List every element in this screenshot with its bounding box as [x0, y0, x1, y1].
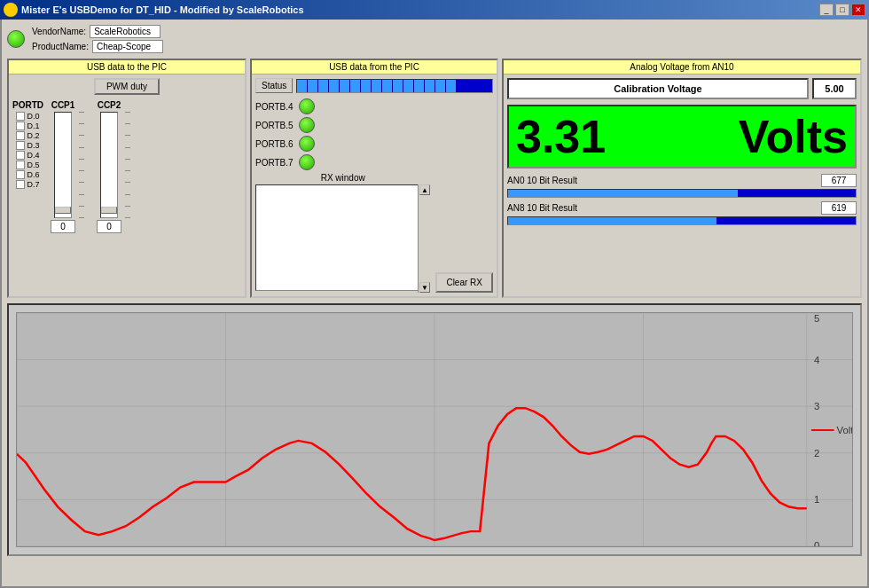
- bit-d7-check[interactable]: [16, 180, 25, 189]
- portb4-row: PORTB.4: [255, 98, 493, 114]
- an8-bar: [507, 216, 857, 225]
- ccp1-thumb[interactable]: [55, 207, 71, 214]
- an8-row: AN8 10 Bit Result 619: [507, 201, 857, 215]
- calib-row: Calibration Voltage 5.00: [507, 78, 857, 99]
- maximize-button[interactable]: □: [835, 4, 849, 16]
- status-row: Status: [255, 78, 493, 93]
- vendor-info: VendorName: ScaleRobotics ProductName: C…: [32, 25, 163, 53]
- clear-rx-button[interactable]: Clear RX: [435, 272, 493, 293]
- rx-textarea[interactable]: [255, 184, 430, 291]
- ccp1-value: 0: [51, 220, 75, 233]
- bit-d0-label: D.0: [27, 112, 39, 121]
- ccp1-slider[interactable]: [54, 112, 72, 218]
- ccp2-slider[interactable]: [100, 112, 118, 218]
- svg-text:Volts: Volts: [837, 425, 852, 435]
- status-label: Status: [255, 78, 293, 93]
- portd-bits: D.0 D.1 D.2 D.3 D.4 D.5 D.6 D.7: [16, 112, 39, 189]
- bit-d1-check[interactable]: [16, 122, 25, 130]
- bit-d3-label: D.3: [27, 141, 39, 150]
- portb4-led: [299, 98, 315, 114]
- bit-d5-label: D.5: [27, 161, 39, 169]
- usb-to-pic-panel: USB data to the PIC PWM duty PORTD D.0 D…: [7, 59, 247, 298]
- main-window: VendorName: ScaleRobotics ProductName: C…: [0, 20, 869, 588]
- bit-d6-label: D.6: [27, 170, 39, 179]
- bit-d0-check[interactable]: [16, 112, 25, 121]
- analog-voltage-panel: Analog Voltage from AN10 Calibration Vol…: [502, 59, 862, 298]
- portb7-label: PORTB.7: [255, 158, 294, 168]
- title-bar: Mister E's USBDemo for DT_HID - Modified…: [0, 0, 869, 20]
- portb6-label: PORTB.6: [255, 139, 294, 149]
- info-row: VendorName: ScaleRobotics ProductName: C…: [7, 25, 862, 53]
- bit-d1-label: D.1: [27, 122, 39, 130]
- usb-from-pic-content: Status PORTB.4: [252, 74, 497, 296]
- voltage-number: 3.31: [516, 110, 606, 163]
- an8-label: AN8 10 Bit Result: [507, 203, 818, 213]
- chart-inner: 0 1 2 3 4 5 Volts: [16, 312, 853, 547]
- bit-d2-check[interactable]: [16, 131, 25, 140]
- status-bar: [296, 79, 493, 93]
- analog-voltage-content: Calibration Voltage 5.00 3.31 Volts AN0 …: [504, 74, 860, 232]
- ccp1-label: CCP1: [51, 100, 75, 110]
- usb-to-pic-title: USB data to the PIC: [9, 60, 245, 74]
- voltage-unit: Volts: [739, 110, 848, 163]
- ccp2-slider-col: CCP2: [97, 100, 121, 233]
- svg-text:1: 1: [814, 495, 819, 506]
- portd-label: PORTD: [12, 100, 43, 110]
- ccp2-value: 0: [97, 220, 121, 233]
- app-icon: [4, 3, 18, 17]
- chart-container: 0 1 2 3 4 5 Volts: [7, 303, 862, 556]
- product-name-value: Cheap-Scope: [92, 40, 163, 53]
- close-button[interactable]: ✕: [851, 4, 865, 16]
- bit-d4-label: D.4: [27, 151, 39, 160]
- portb7-row: PORTB.7: [255, 154, 493, 170]
- an0-row: AN0 10 Bit Result 677: [507, 174, 857, 187]
- pwm-duty-button[interactable]: PWM duty: [94, 78, 160, 95]
- portb5-led: [299, 117, 315, 133]
- vendor-name-label: VendorName:: [32, 27, 86, 36]
- portb4-label: PORTB.4: [255, 102, 294, 112]
- analog-voltage-title: Analog Voltage from AN10: [504, 60, 860, 74]
- panels-row: USB data to the PIC PWM duty PORTD D.0 D…: [7, 59, 862, 298]
- ccp2-label: CCP2: [98, 100, 121, 110]
- usb-to-pic-content: PWM duty PORTD D.0 D.1 D.2 D.3 D.4 D.5: [9, 74, 245, 237]
- svg-text:5: 5: [814, 313, 819, 324]
- svg-text:2: 2: [814, 448, 819, 459]
- an0-label: AN0 10 Bit Result: [507, 176, 818, 185]
- rx-section: RX window ▲ ▼ Clear RX: [255, 173, 493, 293]
- svg-text:3: 3: [814, 401, 819, 412]
- portb5-label: PORTB.5: [255, 121, 294, 130]
- vendor-name-value: ScaleRobotics: [90, 25, 160, 38]
- voltage-display: 3.31 Volts: [507, 105, 857, 169]
- bit-d6-check[interactable]: [16, 170, 25, 179]
- svg-text:0: 0: [814, 540, 819, 546]
- ccp1-slider-col: CCP1: [51, 100, 75, 233]
- title-buttons: _ □ ✕: [819, 4, 865, 16]
- chart-svg: 0 1 2 3 4 5 Volts: [17, 313, 852, 546]
- portb5-row: PORTB.5: [255, 117, 493, 133]
- rx-window-area: RX window ▲ ▼: [255, 173, 430, 293]
- minimize-button[interactable]: _: [819, 4, 834, 16]
- usb-from-pic-title: USB data from the PIC: [252, 60, 497, 74]
- rx-scroll-down[interactable]: ▼: [419, 282, 430, 293]
- portb6-led: [299, 136, 315, 152]
- bit-d4-check[interactable]: [16, 151, 25, 160]
- rx-scroll-up[interactable]: ▲: [419, 184, 430, 195]
- portd-group: PORTD D.0 D.1 D.2 D.3 D.4 D.5 D.6 D.7: [12, 100, 43, 233]
- rx-window-label: RX window: [255, 173, 430, 183]
- portb7-led: [299, 154, 315, 170]
- an0-value: 677: [821, 174, 857, 187]
- window-title: Mister E's USBDemo for DT_HID - Modified…: [21, 4, 304, 15]
- product-name-label: ProductName:: [32, 42, 89, 51]
- portd-section: PORTD D.0 D.1 D.2 D.3 D.4 D.5 D.6 D.7: [12, 100, 241, 233]
- an8-bar-fill: [508, 217, 716, 224]
- bit-d2-label: D.2: [27, 131, 39, 140]
- portb6-row: PORTB.6: [255, 136, 493, 152]
- ccp2-thumb[interactable]: [101, 207, 117, 214]
- bit-d7-label: D.7: [27, 180, 39, 189]
- an0-bar-fill: [508, 190, 738, 197]
- calib-value: 5.00: [812, 78, 857, 99]
- usb-from-pic-panel: USB data from the PIC Status: [250, 59, 498, 298]
- connection-led: [7, 30, 25, 48]
- bit-d5-check[interactable]: [16, 161, 25, 169]
- bit-d3-check[interactable]: [16, 141, 25, 150]
